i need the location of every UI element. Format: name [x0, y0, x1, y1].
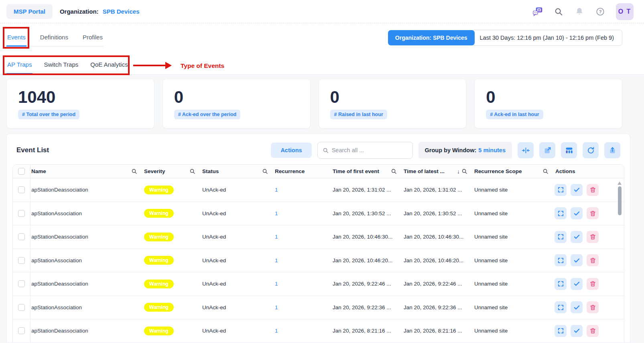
row-checkbox[interactable]: [18, 257, 25, 264]
recurrence-scope-cell: Unnamed site: [473, 281, 555, 287]
row-checkbox[interactable]: [18, 327, 25, 334]
columns-icon[interactable]: [561, 142, 577, 158]
recurrence-scope-cell: Unnamed site: [473, 210, 555, 216]
delete-trash-icon[interactable]: [587, 325, 599, 337]
refresh-icon[interactable]: [583, 142, 599, 158]
row-checkbox[interactable]: [18, 210, 25, 217]
severity-badge: Warning: [144, 209, 174, 218]
table-row[interactable]: apStationAssociation Warning UnAck-ed 1 …: [13, 296, 624, 320]
acknowledge-check-icon[interactable]: [571, 184, 583, 196]
expand-event-icon[interactable]: [555, 278, 567, 290]
status-cell: UnAck-ed: [201, 234, 274, 240]
severity-column-search-icon[interactable]: [189, 168, 196, 175]
organization-scope-button[interactable]: Organization: SPB Devices: [388, 30, 475, 45]
recurrence-scope-cell: Unnamed site: [473, 234, 555, 240]
acknowledge-check-icon[interactable]: [571, 254, 583, 266]
select-all-checkbox[interactable]: [18, 168, 25, 175]
table-scrollbar[interactable]: [617, 182, 622, 343]
subtab-switch-traps[interactable]: Switch Traps: [43, 57, 79, 74]
expand-event-icon[interactable]: [555, 207, 567, 219]
time-latest-cell: Jan 20, 2026, 1:31:02 ...: [403, 187, 473, 193]
recurrence-link[interactable]: 1: [275, 257, 278, 263]
search-icon[interactable]: [553, 6, 564, 17]
delete-trash-icon[interactable]: [587, 254, 599, 266]
row-checkbox[interactable]: [18, 304, 25, 311]
table-row[interactable]: apStationDeassociation Warning UnAck-ed …: [13, 178, 624, 202]
subtab-qoe-analytics[interactable]: QoE Analytics: [89, 57, 128, 74]
svg-text:?: ?: [599, 9, 602, 14]
table-row[interactable]: apStationDeassociation Warning UnAck-ed …: [13, 272, 624, 296]
compress-icon[interactable]: [518, 142, 534, 158]
recurrence-link[interactable]: 1: [275, 210, 278, 216]
name-column-search-icon[interactable]: [130, 168, 138, 175]
sort-desc-icon[interactable]: ↓: [457, 168, 460, 175]
recurrence-link[interactable]: 1: [275, 187, 278, 193]
delete-trash-icon[interactable]: [587, 278, 599, 290]
user-avatar[interactable]: O T: [616, 3, 634, 20]
tab-events[interactable]: Events: [6, 31, 26, 47]
search-all-input[interactable]: [332, 147, 408, 153]
acknowledge-check-icon[interactable]: [571, 207, 583, 219]
subtab-ap-traps[interactable]: AP Traps: [6, 57, 33, 74]
stat-label-badge: # Total over the period: [18, 110, 79, 119]
table-row[interactable]: apStationAssociation Warning UnAck-ed 1 …: [13, 249, 624, 273]
notifications-bell-icon[interactable]: [574, 6, 585, 17]
table-row[interactable]: apStationDeassociation Warning UnAck-ed …: [13, 225, 624, 249]
delete-trash-icon[interactable]: [587, 301, 599, 313]
primary-tab-bar: Events Definitions Profiles Organization…: [0, 23, 644, 52]
table-row[interactable]: apStationDeassociation Warning UnAck-ed …: [13, 319, 624, 343]
expand-event-icon[interactable]: [555, 254, 567, 266]
status-cell: UnAck-ed: [201, 304, 274, 310]
recurrence-link[interactable]: 1: [275, 304, 278, 310]
row-checkbox[interactable]: [18, 233, 25, 240]
stat-value: 0: [174, 88, 299, 106]
scrollbar-thumb[interactable]: [618, 186, 622, 215]
expand-event-icon[interactable]: [555, 184, 567, 196]
assistant-chat-icon[interactable]: [532, 6, 543, 17]
tab-definitions[interactable]: Definitions: [39, 31, 69, 47]
stat-value: 1040: [18, 88, 143, 106]
open-external-icon[interactable]: [539, 142, 555, 158]
acknowledge-check-icon[interactable]: [571, 325, 583, 337]
status-column-search-icon[interactable]: [261, 168, 268, 175]
severity-badge: Warning: [144, 327, 174, 335]
expand-event-icon[interactable]: [555, 325, 567, 337]
acknowledge-check-icon[interactable]: [571, 278, 583, 290]
organization-link[interactable]: SPB Devices: [103, 8, 140, 15]
scrollbar-up-arrow[interactable]: [618, 182, 622, 185]
severity-badge: Warning: [144, 186, 174, 194]
table-row[interactable]: apStationAssociation Warning UnAck-ed 1 …: [13, 202, 624, 226]
first-event-column-search-icon[interactable]: [390, 168, 397, 175]
delete-trash-icon[interactable]: [587, 231, 599, 243]
recurrence-link[interactable]: 1: [275, 234, 278, 240]
acknowledge-check-icon[interactable]: [571, 301, 583, 313]
organization-line: Organization: SPB Devices: [60, 8, 140, 15]
event-list-panel: Event List Actions Group by Window: 5 mi…: [6, 133, 630, 343]
recurrence-link[interactable]: 1: [275, 328, 278, 334]
latest-event-column-search-icon[interactable]: [461, 168, 468, 175]
time-latest-cell: Jan 20, 2026, 8:21:16 ...: [403, 328, 473, 334]
help-icon[interactable]: ?: [595, 6, 605, 17]
time-first-cell: Jan 20, 2026, 10:46:30...: [332, 234, 403, 240]
stat-label-badge: # Ack-ed in last hour: [486, 110, 543, 119]
expand-event-icon[interactable]: [555, 231, 567, 243]
time-latest-cell: Jan 20, 2026, 10:46:20...: [403, 257, 473, 263]
group-by-window-button[interactable]: Group by Window: 5 minutes: [418, 142, 512, 159]
acknowledge-check-icon[interactable]: [571, 231, 583, 243]
export-icon[interactable]: [604, 142, 620, 158]
msp-portal-button[interactable]: MSP Portal: [6, 4, 53, 19]
row-checkbox[interactable]: [18, 186, 25, 193]
recurrence-link[interactable]: 1: [275, 281, 278, 287]
delete-trash-icon[interactable]: [587, 207, 599, 219]
delete-trash-icon[interactable]: [587, 184, 599, 196]
scope-column-search-icon[interactable]: [542, 168, 549, 175]
expand-event-icon[interactable]: [555, 301, 567, 313]
row-checkbox[interactable]: [18, 280, 25, 287]
actions-button[interactable]: Actions: [271, 143, 311, 158]
date-range-picker[interactable]: Last 30 Days: 12:16 pm (Jan 10) - 12:16 …: [473, 30, 622, 46]
severity-badge: Warning: [144, 233, 174, 241]
search-all-box[interactable]: [317, 142, 413, 159]
stat-label-badge: # Raised in last hour: [330, 110, 387, 119]
search-icon: [323, 147, 329, 154]
tab-profiles[interactable]: Profiles: [82, 31, 104, 47]
